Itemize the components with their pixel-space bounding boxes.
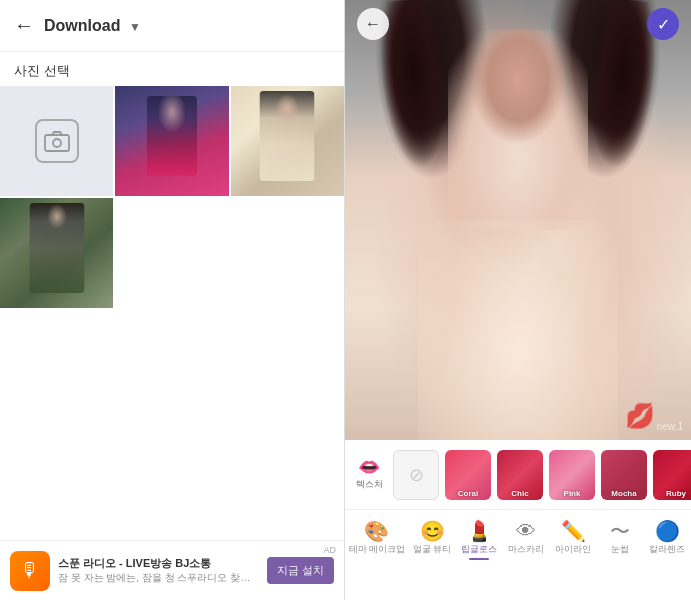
- nav-label-lip: 립글로스: [461, 543, 497, 556]
- lip-nav-icon: 💄: [467, 521, 492, 541]
- swatch-label-mocha: Mocha: [601, 489, 647, 498]
- nav-item-color[interactable]: 🔵 칼라렌즈: [647, 521, 687, 556]
- beauty-hint-icon: 💋: [625, 402, 655, 430]
- color-swatch-coral[interactable]: Coral: [445, 450, 491, 500]
- right-back-button[interactable]: ←: [357, 8, 389, 40]
- none-icon: ⊘: [409, 464, 424, 486]
- swatch-label-coral: Coral: [445, 489, 491, 498]
- photo-thumbnail-3[interactable]: [231, 86, 344, 196]
- camera-icon-wrap: [35, 119, 79, 163]
- color-icon: 🔵: [655, 521, 680, 541]
- lip-icon: 👄: [358, 458, 380, 476]
- nav-label-mascara: 마스카리: [508, 543, 544, 556]
- ad-banner: AD 🎙 스푼 라디오 - LIVE방송 BJ소통 잠 못 자는 밤에는, 잠을…: [0, 540, 344, 600]
- color-swatch-ruby[interactable]: Ruby: [653, 450, 691, 500]
- photo-thumbnail-2[interactable]: [115, 86, 228, 196]
- lip-colors-row: 👄 텍스처 ⊘ Coral Chic Pink Mocha: [345, 440, 691, 510]
- ad-title: 스푼 라디오 - LIVE방송 BJ소통: [58, 556, 259, 571]
- nav-label-color: 칼라렌즈: [649, 543, 685, 556]
- nav-label-eyeliner: 아이라인: [555, 543, 591, 556]
- nav-item-mascara[interactable]: 👁 마스카리: [506, 521, 546, 556]
- photo-thumbnail-4[interactable]: [0, 198, 113, 308]
- nav-item-eyeliner[interactable]: ✏️ 아이라인: [553, 521, 593, 556]
- mascara-icon: 👁: [516, 521, 536, 541]
- color-swatch-mocha[interactable]: Mocha: [601, 450, 647, 500]
- nav-item-lip[interactable]: 💄 립글로스: [459, 521, 499, 556]
- camera-cell[interactable]: [0, 86, 113, 196]
- lip-texture-label: 👄 텍스처: [351, 458, 387, 491]
- svg-point-1: [53, 139, 61, 147]
- ad-text: 스푼 라디오 - LIVE방송 BJ소통 잠 못 자는 밤에는, 잠을 청 스푸…: [58, 556, 259, 585]
- ad-install-button[interactable]: 지금 설치: [267, 557, 334, 584]
- bottom-nav: 🎨 테마 메이크업 😊 얼굴 뷰티 💄 립글로스 👁 마스카리 ✏️ 아이라인 …: [345, 510, 691, 564]
- dropdown-arrow-icon[interactable]: ▼: [129, 20, 141, 34]
- ad-subtitle: 잠 못 자는 밤에는, 잠을 청 스푸라디오 찾아요🎤: [58, 571, 259, 585]
- right-panel: ← ✓ new.1 💋 👄 텍스처 ⊘ Coral: [345, 0, 691, 600]
- main-photo: new.1 💋: [345, 0, 691, 440]
- color-swatch-none[interactable]: ⊘: [393, 450, 439, 500]
- lash-icon: 〜: [610, 521, 630, 541]
- ad-badge: AD: [323, 545, 336, 555]
- swatch-label-chic: Chic: [497, 489, 543, 498]
- nav-label-lash: 눈썹: [611, 543, 629, 556]
- nav-item-face[interactable]: 😊 얼굴 뷰티: [412, 521, 452, 556]
- ad-icon: 🎙: [10, 551, 50, 591]
- right-confirm-button[interactable]: ✓: [647, 8, 679, 40]
- left-header: ← Download ▼: [0, 0, 344, 52]
- color-swatch-chic[interactable]: Chic: [497, 450, 543, 500]
- theme-icon: 🎨: [364, 521, 389, 541]
- nav-item-lash[interactable]: 〜 눈썹: [600, 521, 640, 556]
- nav-label-face: 얼굴 뷰티: [413, 543, 452, 556]
- section-label: 사진 선택: [0, 52, 344, 86]
- face-icon: 😊: [420, 521, 445, 541]
- nav-label-theme: 테마 메이크업: [349, 543, 406, 556]
- watermark: new.1: [657, 421, 683, 432]
- left-panel: ← Download ▼ 사진 선택: [0, 0, 345, 600]
- nav-item-theme[interactable]: 🎨 테마 메이크업: [349, 521, 406, 556]
- back-button[interactable]: ←: [14, 14, 34, 37]
- photo-grid: [0, 86, 344, 312]
- header-title: Download ▼: [44, 17, 330, 35]
- eyeliner-icon: ✏️: [561, 521, 586, 541]
- camera-icon: [43, 127, 71, 155]
- color-swatch-pink[interactable]: Pink: [549, 450, 595, 500]
- right-header: ← ✓: [345, 0, 691, 48]
- lip-section-label: 텍스처: [356, 478, 383, 491]
- makeup-area: 👄 텍스처 ⊘ Coral Chic Pink Mocha: [345, 440, 691, 600]
- swatch-label-pink: Pink: [549, 489, 595, 498]
- swatch-label-ruby: Ruby: [653, 489, 691, 498]
- svg-rect-0: [45, 135, 69, 151]
